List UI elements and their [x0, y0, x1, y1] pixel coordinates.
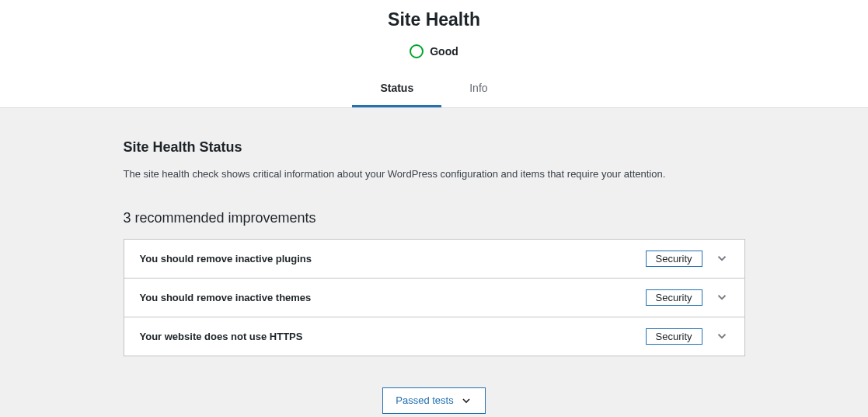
passed-tests-wrapper: Passed tests: [124, 356, 745, 418]
status-indicator: Good: [0, 44, 868, 74]
passed-tests-label: Passed tests: [396, 394, 453, 406]
chevron-down-icon: [715, 251, 729, 265]
accordion-item[interactable]: You should remove inactive plugins Secur…: [124, 240, 744, 279]
chevron-down-icon: [460, 394, 472, 407]
improvements-title: 3 recommended improvements: [124, 210, 745, 226]
accordion-item[interactable]: Your website does not use HTTPS Security: [124, 317, 744, 356]
status-circle-icon: [410, 44, 424, 58]
content: Site Health Status The site health check…: [124, 108, 745, 417]
section-title: Site Health Status: [124, 139, 745, 156]
security-badge: Security: [646, 289, 702, 306]
status-text: Good: [430, 45, 458, 58]
chevron-down-icon: [715, 290, 729, 304]
section-description: The site health check shows critical inf…: [124, 166, 745, 182]
security-badge: Security: [646, 328, 702, 345]
passed-tests-button[interactable]: Passed tests: [382, 387, 485, 414]
accordion-item-title: Your website does not use HTTPS: [140, 331, 646, 342]
tab-info[interactable]: Info: [441, 74, 515, 107]
security-badge: Security: [646, 251, 702, 267]
page-title: Site Health: [0, 6, 868, 44]
tab-status[interactable]: Status: [352, 74, 441, 107]
improvements-accordion: You should remove inactive plugins Secur…: [124, 239, 745, 356]
header-section: Site Health Good Status Info: [0, 0, 868, 108]
accordion-item[interactable]: You should remove inactive themes Securi…: [124, 279, 744, 317]
chevron-down-icon: [715, 329, 729, 343]
tabs: Status Info: [0, 74, 868, 107]
accordion-item-title: You should remove inactive plugins: [140, 253, 646, 265]
accordion-item-title: You should remove inactive themes: [140, 292, 646, 303]
